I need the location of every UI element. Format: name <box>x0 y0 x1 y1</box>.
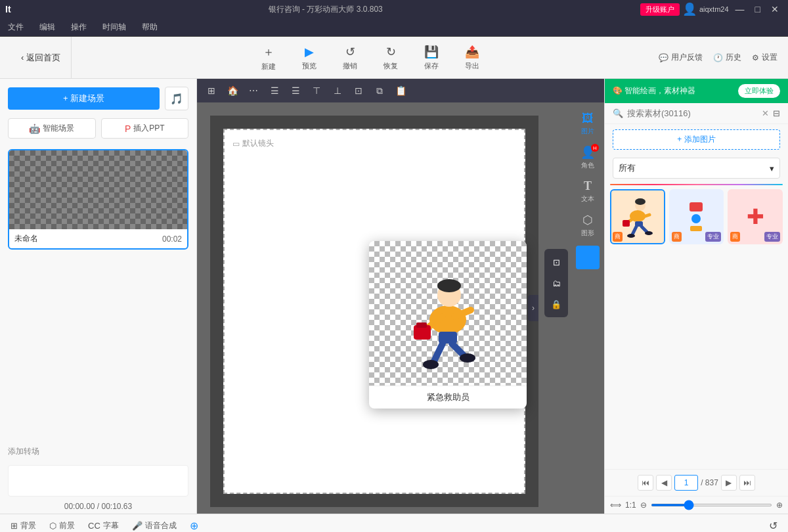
close-button[interactable]: ✕ <box>767 3 783 16</box>
menu-operate[interactable]: 操作 <box>68 20 89 34</box>
shape-tool-label: 图形 <box>581 229 594 238</box>
scene-actions: + 新建场景 🎵 <box>0 79 196 118</box>
text-tool-label: 文本 <box>581 194 594 204</box>
popup-card-label: 紧急救助员 <box>369 386 527 409</box>
image-badge-2b: 专业 <box>705 232 721 242</box>
search-bar: 🔍 ✕ ⊟ <box>605 103 788 124</box>
tab-caption[interactable]: CC 字幕 <box>83 518 124 532</box>
canvas-side-tools: 🖼 图片 👤H 角色 T 文本 ⬡ 图形 <box>571 102 604 275</box>
zoom-out-icon[interactable]: ⊖ <box>640 500 647 510</box>
canvas-tool-align-left[interactable]: ☰ <box>265 81 284 100</box>
scene-name: 未命名 <box>14 233 38 244</box>
expand-button[interactable]: › <box>528 295 538 321</box>
new-button[interactable]: ＋ 新建 <box>251 40 286 76</box>
canvas-tool-distribute[interactable]: ⊡ <box>349 81 368 100</box>
scene-card-bg <box>9 150 187 229</box>
back-button[interactable]: ‹ 返回首页 <box>11 37 72 78</box>
new-scene-button[interactable]: + 新建场景 <box>8 87 160 110</box>
mini-lock-tool[interactable]: 🔒 <box>547 295 565 313</box>
settings-button[interactable]: ⚙ 设置 <box>752 52 777 63</box>
undo-button[interactable]: ↺ 撤销 <box>332 41 368 75</box>
image-item-2[interactable]: 商 专业 <box>669 189 724 244</box>
history-button[interactable]: 🕐 历史 <box>713 52 741 63</box>
canvas-tool-grid[interactable]: ⊞ <box>202 81 221 100</box>
page-first-button[interactable]: ⏮ <box>638 475 653 491</box>
menu-timeline[interactable]: 时间轴 <box>100 20 129 34</box>
canvas-tool-paste[interactable]: 📋 <box>391 81 410 100</box>
preview-label: 预览 <box>302 61 317 71</box>
preview-button[interactable]: ▶ 预览 <box>292 41 327 75</box>
page-last-button[interactable]: ⏭ <box>739 475 755 491</box>
reset-icon: ↺ <box>769 520 777 532</box>
side-tool-character[interactable]: 👤H 角色 <box>574 141 602 174</box>
insert-ppt-button[interactable]: P 插入PPT <box>101 118 189 139</box>
search-input[interactable] <box>627 108 758 118</box>
svg-point-22 <box>645 231 653 235</box>
canvas-tool-align-center[interactable]: ☰ <box>286 81 305 100</box>
zoom-in-icon[interactable]: ⊕ <box>776 500 783 510</box>
page-next-button[interactable]: ▶ <box>721 475 737 491</box>
side-tool-image[interactable]: 🖼 图片 <box>574 108 602 140</box>
upgrade-button[interactable]: 升级账户 <box>640 3 680 16</box>
image-badge-3: 商 <box>730 232 740 242</box>
side-tool-shape[interactable]: ⬡ 图形 <box>574 209 602 242</box>
promo-button[interactable]: 立即体验 <box>738 84 780 98</box>
image-badge-2: 商 <box>672 232 682 242</box>
left-panel: + 新建场景 🎵 🤖 智能场景 P 插入PPT 01 未命名 00:02 <box>0 79 197 514</box>
image-badge-3b: 专业 <box>764 232 780 242</box>
active-tool-indicator[interactable] <box>576 246 600 269</box>
canvas-tool-more[interactable]: ⋯ <box>244 81 263 100</box>
app-title: 银行咨询 - 万彩动画大师 3.0.803 <box>11 4 640 15</box>
reset-timeline-button[interactable]: ↺ <box>764 517 783 532</box>
zoom-slider[interactable] <box>651 504 772 506</box>
save-button[interactable]: 💾 保存 <box>414 41 449 75</box>
svg-rect-5 <box>416 322 427 328</box>
image-item-3[interactable]: ✚ 商 专业 <box>728 189 783 244</box>
page-prev-button[interactable]: ◀ <box>656 475 672 491</box>
loop-icon[interactable]: ⟺ <box>610 500 621 510</box>
image-item-1[interactable]: 商 <box>610 189 665 244</box>
add-image-button[interactable]: + 添加图片 <box>613 129 780 150</box>
category-dropdown[interactable]: 所有 ▾ <box>613 158 780 179</box>
toolbar-actions: ＋ 新建 ▶ 预览 ↺ 撤销 ↻ 恢复 💾 保存 📤 导出 <box>82 40 659 76</box>
user-info: 👤 aiqxtm24 <box>682 2 729 16</box>
menu-file[interactable]: 文件 <box>5 20 26 34</box>
mini-layer-tool[interactable]: 🗂 <box>547 274 565 292</box>
category-label: 所有 <box>619 162 636 174</box>
maximize-button[interactable]: □ <box>751 3 764 16</box>
canvas-tool-home[interactable]: 🏠 <box>223 81 242 100</box>
more-tabs-button[interactable]: ⊕ <box>185 517 204 532</box>
smart-scene-button[interactable]: 🤖 智能场景 <box>8 118 96 139</box>
search-icon: 🔍 <box>613 108 623 118</box>
side-tool-text[interactable]: T 文本 <box>574 175 602 208</box>
redo-button[interactable]: ↻ 恢复 <box>373 41 408 75</box>
feedback-button[interactable]: 💬 用户反馈 <box>659 52 703 63</box>
timeline-controls: ⊞ 背景 ⬡ 前景 CC 字幕 🎤 语音合成 ⊕ ↺ <box>0 514 788 532</box>
export-button[interactable]: 📤 导出 <box>454 41 490 75</box>
minimize-button[interactable]: — <box>732 3 749 16</box>
tab-voice[interactable]: 🎤 语音合成 <box>127 518 182 532</box>
add-transition[interactable]: 添加转场 <box>0 443 196 462</box>
page-input[interactable] <box>674 475 698 491</box>
mini-crop-tool[interactable]: ⊡ <box>547 253 565 271</box>
tab-foreground[interactable]: ⬡ 前景 <box>44 518 80 532</box>
username: aiqxtm24 <box>699 5 729 13</box>
menu-edit[interactable]: 编辑 <box>37 20 58 34</box>
export-label: 导出 <box>465 61 479 71</box>
ratio-icon[interactable]: 1:1 <box>625 500 636 510</box>
camera-icon: ▭ <box>232 139 240 148</box>
search-filter-icon[interactable]: ⊟ <box>773 108 780 118</box>
music-button[interactable]: 🎵 <box>165 87 188 110</box>
foreground-label: 前景 <box>59 520 75 531</box>
promo-banner: 🎨 智能绘画，素材神器 立即体验 <box>605 79 788 103</box>
export-icon: 📤 <box>465 45 479 59</box>
search-clear-icon[interactable]: ✕ <box>762 108 769 118</box>
tab-background[interactable]: ⊞ 背景 <box>5 518 41 532</box>
menu-bar: 文件 编辑 操作 时间轴 帮助 <box>0 18 788 37</box>
feedback-label: 用户反馈 <box>671 52 703 63</box>
menu-help[interactable]: 帮助 <box>139 20 160 34</box>
scene-card[interactable]: 01 未命名 00:02 <box>8 149 188 250</box>
canvas-tool-align-bottom[interactable]: ⊥ <box>328 81 347 100</box>
canvas-tool-align-top[interactable]: ⊤ <box>307 81 326 100</box>
canvas-tool-copy[interactable]: ⧉ <box>370 81 389 100</box>
